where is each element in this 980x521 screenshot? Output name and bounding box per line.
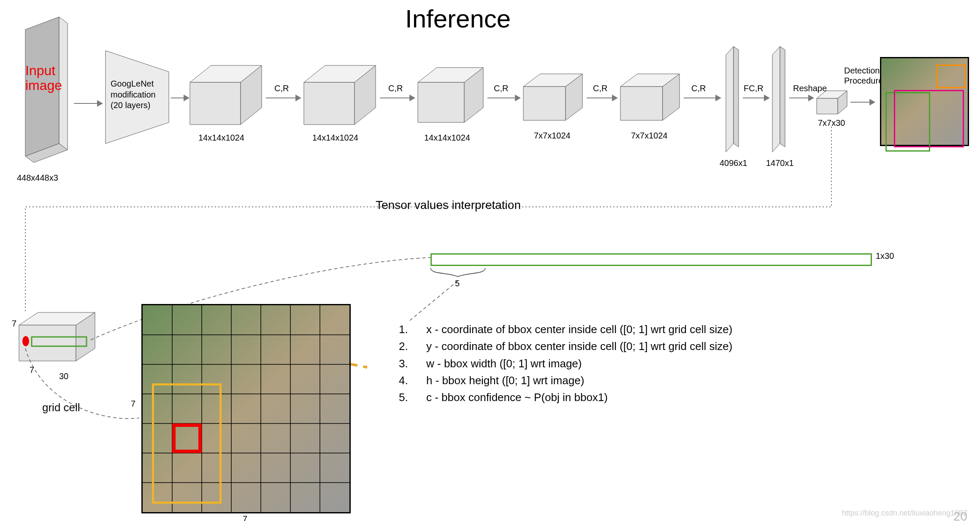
- block3-dim: 14x14x1024: [424, 133, 470, 143]
- backbone-layers: (20 layers): [111, 100, 150, 110]
- list-num: 5.: [399, 389, 426, 406]
- op3-label: C,R: [494, 84, 508, 93]
- list-text: c - bbox confidence ~ P(obj in bbox1): [426, 391, 608, 404]
- vector-dim-label: 1x30: [876, 251, 894, 261]
- svg-marker-14: [523, 87, 566, 120]
- list-num: 1.: [399, 321, 426, 338]
- vector-brace-label: 5: [455, 279, 460, 288]
- slide-number: 20: [953, 509, 967, 521]
- list-text: x - coordinate of bbox center inside cel…: [426, 323, 732, 336]
- fc-op1-label: FC,R: [744, 84, 763, 93]
- tensor-vector-bar: [430, 253, 872, 266]
- tensor-d-label: 30: [59, 372, 68, 381]
- svg-marker-17: [620, 87, 663, 120]
- svg-marker-11: [418, 82, 464, 122]
- tensor-w-label: 7: [30, 365, 34, 375]
- svg-marker-21: [772, 46, 780, 152]
- block2-dim: 14x14x1024: [312, 133, 358, 143]
- grid-cell-image: [141, 304, 351, 513]
- list-num: 3.: [399, 355, 426, 372]
- svg-marker-8: [304, 82, 355, 125]
- output-tensor-dim: 7x7x30: [818, 118, 845, 128]
- op2-label: C,R: [388, 84, 403, 93]
- svg-marker-5: [190, 82, 241, 125]
- op1-label: C,R: [274, 84, 289, 93]
- list-text: h - bbox height ([0; 1] wrt image): [426, 374, 584, 387]
- detection-procedure-label: Detection Procedure: [844, 65, 882, 86]
- tensor-h-label: 7: [12, 319, 16, 328]
- list-num: 2.: [399, 338, 426, 355]
- svg-marker-20: [734, 46, 739, 147]
- reshape-label: Reshape: [793, 84, 827, 93]
- fc1-dim: 4096x1: [720, 158, 747, 168]
- svg-marker-19: [726, 46, 734, 152]
- list-num: 4.: [399, 372, 426, 389]
- grid-w-label: 7: [243, 514, 247, 521]
- watermark-text: https://blog.csdn.net/liuxiaoheng1992: [842, 509, 967, 518]
- input-dim-label: 448x448x3: [17, 173, 58, 183]
- input-image-label: Input image: [25, 63, 68, 93]
- grid-cell-label: grid cell: [42, 401, 80, 414]
- output-detection-image: [880, 57, 969, 146]
- svg-marker-22: [780, 46, 785, 147]
- list-text: y - coordinate of bbox center inside cel…: [426, 340, 732, 353]
- op4-label: C,R: [593, 84, 607, 93]
- block4-dim: 7x7x1024: [534, 131, 571, 141]
- grid-h-label: 7: [131, 399, 135, 409]
- list-text: w - bbox width ([0; 1] wrt image): [426, 357, 582, 370]
- op5-label: C,R: [691, 84, 706, 93]
- fc2-dim: 1470x1: [766, 158, 794, 168]
- svg-marker-24: [817, 98, 838, 114]
- interpretation-list: 1.x - coordinate of bbox center inside c…: [399, 321, 732, 406]
- block5-dim: 7x7x1024: [631, 131, 668, 141]
- backbone-name: GoogLeNet modification: [111, 78, 165, 100]
- section2-title: Tensor values interpretation: [376, 198, 521, 212]
- svg-point-30: [22, 336, 29, 346]
- block1-dim: 14x14x1024: [198, 133, 244, 143]
